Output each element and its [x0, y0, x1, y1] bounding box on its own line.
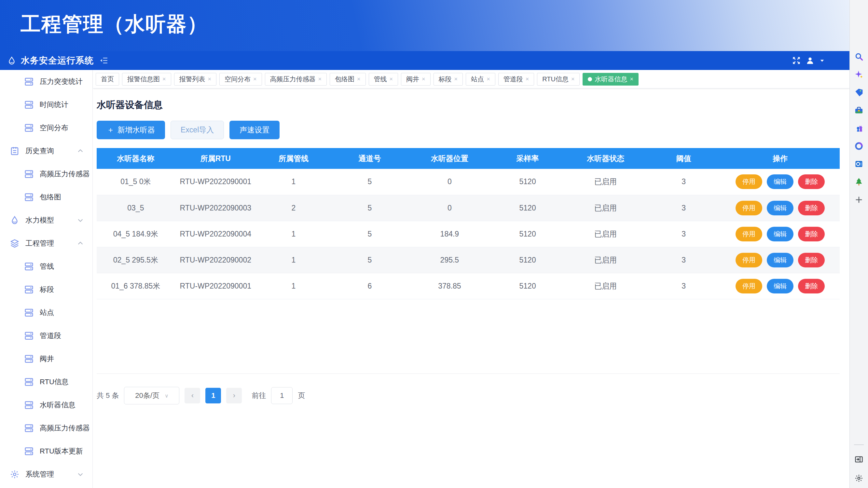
close-icon[interactable]: ×: [422, 76, 425, 83]
page-banner: 工程管理（水听器）: [0, 0, 849, 51]
page-size-select[interactable]: 20条/页 ∨: [124, 387, 179, 404]
sidebar-item-标段[interactable]: 标段: [0, 278, 92, 301]
search-icon[interactable]: [854, 52, 863, 61]
tab-报警列表[interactable]: 报警列表×: [174, 73, 217, 86]
tab-首页[interactable]: 首页: [96, 73, 119, 86]
sidebar-item-站点[interactable]: 站点: [0, 301, 92, 324]
tab-管线[interactable]: 管线×: [369, 73, 398, 86]
sidebar-item-时间统计[interactable]: 时间统计: [0, 93, 92, 116]
goto-label: 前往: [252, 391, 266, 400]
current-page-button[interactable]: 1: [205, 388, 221, 403]
table-cell: RTU-WP2022090004: [175, 221, 256, 247]
table-cell: 已启用: [565, 273, 646, 299]
tab-RTU信息[interactable]: RTU信息×: [537, 73, 580, 86]
tab-水听器信息[interactable]: 水听器信息×: [583, 73, 639, 86]
sidebar-item-水听器信息[interactable]: 水听器信息: [0, 393, 92, 416]
close-icon[interactable]: ×: [454, 76, 458, 83]
tree-icon[interactable]: [854, 177, 863, 187]
delete-button[interactable]: 删除: [798, 174, 825, 189]
sidebar-item-label: 时间统计: [40, 100, 68, 110]
close-icon[interactable]: ×: [162, 76, 166, 83]
delete-button[interactable]: 删除: [798, 201, 825, 215]
close-icon[interactable]: ×: [357, 76, 361, 83]
close-icon[interactable]: ×: [526, 76, 529, 83]
user-avatar-icon[interactable]: [806, 56, 815, 65]
sidebar-item-高频压力传感器[interactable]: 高频压力传感器: [0, 416, 92, 440]
edit-button[interactable]: 编辑: [767, 279, 794, 293]
edit-button[interactable]: 编辑: [767, 201, 794, 215]
tab-站点[interactable]: 站点×: [466, 73, 495, 86]
tab-阀井[interactable]: 阀井×: [401, 73, 431, 86]
tab-报警信息图[interactable]: 报警信息图×: [122, 73, 171, 86]
tab-包络图[interactable]: 包络图×: [330, 73, 366, 86]
copilot-icon[interactable]: [854, 70, 863, 79]
table-cell: 2: [256, 195, 331, 221]
sidebar-item-管线[interactable]: 管线: [0, 255, 92, 278]
sidebar-item-空间分布[interactable]: 空间分布: [0, 116, 92, 139]
close-icon[interactable]: ×: [571, 76, 575, 83]
sidebar-item-阀井[interactable]: 阀井: [0, 347, 92, 370]
tab-label: RTU信息: [542, 75, 568, 84]
table-cell: 5120: [491, 169, 565, 195]
user-menu-caret-icon[interactable]: [819, 56, 825, 65]
edit-button[interactable]: 编辑: [767, 253, 794, 267]
outlook-icon[interactable]: [854, 159, 863, 168]
close-icon[interactable]: ×: [630, 76, 633, 83]
side-panel-icon[interactable]: [854, 455, 863, 464]
delete-button[interactable]: 删除: [798, 279, 825, 293]
disable-button[interactable]: 停用: [736, 253, 762, 267]
sidebar-item-系统管理[interactable]: 系统管理: [0, 463, 92, 486]
prev-page-button[interactable]: ‹: [185, 388, 200, 403]
disable-button[interactable]: 停用: [736, 279, 762, 293]
edit-button[interactable]: 编辑: [767, 227, 794, 241]
tab-label: 空间分布: [224, 75, 251, 84]
table-header-row: 水听器名称所属RTU所属管线通道号水听器位置采样率水听器状态阈值操作: [97, 148, 840, 169]
add-hydrophone-button[interactable]: ＋ 新增水听器: [97, 121, 165, 139]
server-icon: [24, 169, 34, 179]
close-icon[interactable]: ×: [208, 76, 212, 83]
sidebar-item-label: 压力突变统计: [40, 77, 83, 87]
sidebar-item-label: 标段: [40, 285, 54, 294]
table-row: 01_6 378.85米RTU-WP202209000116378.855120…: [97, 273, 840, 299]
disable-button[interactable]: 停用: [736, 174, 762, 189]
add-icon[interactable]: [854, 195, 863, 204]
table-cell: 已启用: [565, 195, 646, 221]
sidebar-item-包络图[interactable]: 包络图: [0, 186, 92, 208]
close-icon[interactable]: ×: [487, 76, 490, 83]
disable-button[interactable]: 停用: [736, 227, 762, 241]
sidebar-item-管道段[interactable]: 管道段: [0, 324, 92, 347]
microsoft-365-icon[interactable]: [854, 141, 863, 151]
tab-管道段[interactable]: 管道段×: [498, 73, 534, 86]
next-page-button[interactable]: ›: [226, 388, 242, 403]
close-icon[interactable]: ×: [253, 76, 257, 83]
delete-button[interactable]: 删除: [798, 227, 825, 241]
settings-gear-icon[interactable]: [854, 474, 863, 483]
disable-button[interactable]: 停用: [736, 201, 762, 215]
tab-空间分布[interactable]: 空间分布×: [219, 73, 262, 86]
close-icon[interactable]: ×: [390, 76, 393, 83]
delete-button[interactable]: 删除: [798, 253, 825, 267]
games-icon[interactable]: [854, 124, 863, 133]
column-header: 所属RTU: [175, 148, 256, 169]
excel-import-button[interactable]: Excel导入: [170, 121, 224, 139]
sidebar-item-RTU版本更新[interactable]: RTU版本更新: [0, 440, 92, 463]
shopping-icon[interactable]: [854, 88, 863, 97]
sidebar-item-高频压力传感器[interactable]: 高频压力传感器: [0, 162, 92, 186]
sidebar-fold-icon[interactable]: [100, 56, 108, 65]
edit-button[interactable]: 编辑: [767, 174, 794, 189]
fullscreen-icon[interactable]: [792, 56, 801, 65]
tab-高频压力传感器[interactable]: 高频压力传感器×: [265, 73, 327, 86]
goto-page-input[interactable]: [271, 387, 292, 404]
rail-top-icons: [850, 52, 868, 204]
sidebar-item-水力模型[interactable]: 水力模型: [0, 208, 92, 232]
sidebar-item-压力突变统计[interactable]: 压力突变统计: [0, 70, 92, 93]
sidebar-item-RTU信息[interactable]: RTU信息: [0, 370, 92, 393]
sidebar-item-历史查询[interactable]: 历史查询: [0, 139, 92, 162]
tab-标段[interactable]: 标段×: [434, 73, 463, 86]
sidebar-item-工程管理[interactable]: 工程管理: [0, 232, 92, 255]
sound-speed-button[interactable]: 声速设置: [229, 121, 280, 139]
toolbox-icon[interactable]: [854, 106, 863, 115]
close-icon[interactable]: ×: [318, 76, 322, 83]
tab-label: 管道段: [503, 75, 523, 84]
table-cell: 04_5 184.9米: [97, 221, 175, 247]
